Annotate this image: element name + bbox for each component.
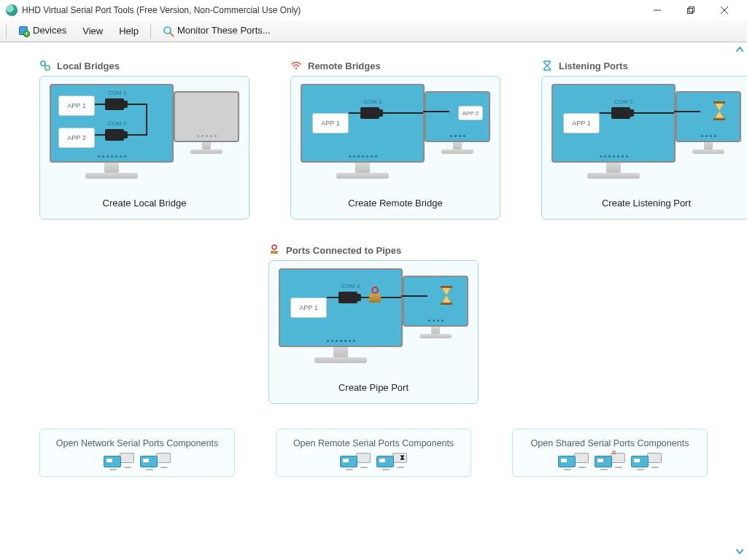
section-title-local: Local Bridges — [57, 61, 120, 71]
svg-point-8 — [45, 66, 50, 70]
menu-help-label: Help — [119, 26, 139, 36]
hourglass-icon — [541, 60, 553, 71]
window-controls — [640, 0, 741, 20]
tile-open-network-components[interactable]: Open Network Serial Ports Components — [39, 429, 235, 477]
svg-rect-1 — [688, 9, 693, 14]
section-title-listening: Listening Ports — [559, 61, 628, 71]
monitor-back — [676, 91, 741, 142]
tile-thumb: APP 1 COM 2 — [551, 84, 741, 186]
svg-line-6 — [170, 33, 174, 36]
com2-label: COM 2 — [614, 98, 632, 105]
minimize-button[interactable] — [640, 0, 674, 20]
monitor-back: APP 2 — [425, 91, 490, 142]
svg-point-9 — [295, 67, 297, 69]
section-header-pipe: Ports Connected to Pipes — [268, 244, 479, 256]
monitor-front: APP 1 COM 2 — [551, 84, 676, 163]
app1-box: APP 1 — [290, 298, 327, 318]
app1-box: APP 1 — [58, 96, 95, 116]
tile-label: Create Listening Port — [602, 198, 691, 209]
tile-open-remote-components[interactable]: Open Remote Serial Ports Components ⧗ — [276, 429, 471, 477]
tile-create-listening-port[interactable]: APP 1 COM 2 Create Listening Port — [541, 76, 747, 219]
devices-icon: + — [18, 26, 30, 37]
menu-monitor-label: Monitor These Ports... — [177, 25, 271, 36]
mini-icons: ⧗ — [340, 453, 407, 469]
com1-label: COM 1 — [108, 90, 126, 96]
section-local-bridges: Local Bridges APP 1 APP 2 COM 1 — [39, 60, 249, 219]
tile-label: Create Local Bridge — [103, 198, 187, 209]
valve-icon — [369, 291, 381, 303]
tile-label: Open Shared Serial Ports Components — [531, 438, 689, 448]
svg-rect-13 — [271, 251, 278, 254]
com-port — [105, 98, 124, 110]
wifi-icon — [290, 60, 302, 71]
svg-rect-2 — [689, 7, 694, 12]
hourglass-icon — [439, 286, 454, 305]
maximize-button[interactable] — [674, 0, 708, 20]
tile-thumb: APP 2 APP 1 COM 2 — [301, 84, 490, 186]
menu-view-label: View — [82, 26, 103, 36]
svg-rect-15 — [441, 303, 452, 305]
app1-box: APP 1 — [563, 113, 600, 133]
app-icon — [6, 4, 18, 16]
tile-label: Create Pipe Port — [338, 382, 409, 393]
svg-point-12 — [272, 245, 276, 249]
tile-thumb: APP 1 APP 2 COM 1 COM 2 — [50, 84, 239, 186]
search-icon — [163, 26, 174, 37]
close-button[interactable] — [708, 0, 741, 20]
com-port — [338, 292, 357, 303]
main-canvas: Local Bridges APP 1 APP 2 COM 1 — [0, 42, 747, 560]
menu-view[interactable]: View — [75, 23, 110, 39]
mini-icons — [558, 453, 662, 469]
tile-create-remote-bridge[interactable]: APP 2 APP 1 COM 2 — [290, 76, 500, 219]
tile-label: Open Remote Serial Ports Components — [293, 438, 454, 448]
section-listening-ports: Listening Ports APP 1 COM 2 — [541, 60, 747, 219]
svg-rect-11 — [713, 118, 725, 120]
section-header-remote: Remote Bridges — [290, 60, 500, 71]
menu-devices-label: Devices — [33, 25, 66, 36]
app1-box: APP 1 — [312, 113, 349, 133]
monitor-front: APP 1 COM 2 — [279, 268, 403, 347]
com2-label: COM 2 — [363, 98, 382, 105]
section-pipe-ports: Ports Connected to Pipes APP 1 COM — [268, 244, 479, 404]
app2-box: APP 2 — [58, 128, 95, 148]
tile-label: Create Remote Bridge — [348, 198, 442, 209]
section-title-pipe: Ports Connected to Pipes — [286, 245, 401, 256]
com-port — [360, 107, 379, 119]
menu-monitor-ports[interactable]: Monitor These Ports... — [155, 22, 278, 40]
tile-open-shared-components[interactable]: Open Shared Serial Ports Components — [512, 429, 708, 477]
svg-point-7 — [41, 61, 45, 66]
window-title: HHD Virtual Serial Port Tools (Free Vers… — [22, 5, 301, 15]
com-port — [611, 107, 630, 119]
section-title-remote: Remote Bridges — [308, 61, 381, 71]
toolbar-separator — [150, 24, 151, 39]
tile-thumb: APP 1 COM 2 — [279, 268, 468, 370]
link-icon — [39, 60, 51, 71]
monitor-back — [403, 276, 468, 327]
com2-label: COM 2 — [108, 120, 126, 127]
tile-create-pipe-port[interactable]: APP 1 COM 2 Create Pipe Port — [268, 260, 479, 404]
section-remote-bridges: Remote Bridges APP 2 APP 1 COM 2 — [290, 60, 500, 219]
titlebar: HHD Virtual Serial Port Tools (Free Vers… — [0, 0, 747, 20]
valve-icon — [268, 244, 280, 256]
menu-devices[interactable]: +Devices — [11, 22, 74, 40]
monitor-front: APP 1 COM 2 — [301, 84, 425, 163]
tile-label: Open Network Serial Ports Components — [56, 438, 218, 448]
hourglass-icon — [712, 101, 727, 120]
svg-rect-10 — [713, 101, 725, 104]
mini-icons — [104, 453, 171, 469]
com-port — [105, 129, 124, 141]
components-row: Open Network Serial Ports Components Ope… — [39, 429, 708, 477]
menu-help[interactable]: Help — [112, 23, 146, 39]
toolbar-separator — [6, 24, 7, 39]
svg-rect-14 — [441, 286, 452, 288]
monitor-front: APP 1 APP 2 COM 1 COM 2 — [50, 84, 174, 163]
scroll-down-arrow[interactable] — [734, 547, 746, 556]
section-header-local: Local Bridges — [39, 60, 249, 71]
app2-box: APP 2 — [458, 106, 483, 120]
tile-create-local-bridge[interactable]: APP 1 APP 2 COM 1 COM 2 — [39, 76, 249, 219]
section-header-listening: Listening Ports — [541, 60, 747, 71]
toolbar: +Devices View Help Monitor These Ports..… — [0, 20, 747, 42]
com2-label: COM 2 — [341, 283, 360, 289]
monitor-back — [174, 91, 239, 142]
scroll-up-arrow[interactable] — [734, 45, 746, 54]
